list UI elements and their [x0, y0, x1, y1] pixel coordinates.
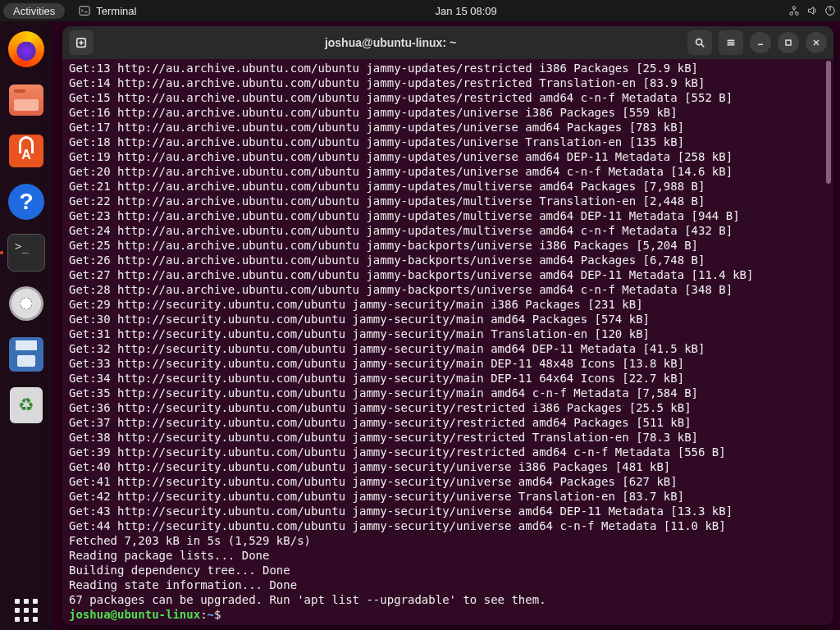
- dock-app-files[interactable]: [7, 80, 46, 120]
- dock: ? >_: [0, 21, 52, 630]
- terminal-menu-icon: [78, 4, 91, 17]
- terminal-output[interactable]: Get:13 http://au.archive.ubuntu.com/ubun…: [62, 59, 833, 625]
- maximize-button[interactable]: [778, 32, 799, 53]
- prompt-path: ~: [208, 608, 214, 621]
- activities-button[interactable]: Activities: [3, 3, 65, 19]
- help-icon: ?: [8, 184, 44, 220]
- scrollbar-thumb[interactable]: [826, 61, 831, 184]
- window-title: joshua@ubuntu-linux: ~: [100, 36, 681, 49]
- volume-icon[interactable]: [806, 4, 819, 17]
- terminal-scrollbar[interactable]: [824, 61, 833, 623]
- svg-point-1: [792, 7, 796, 10]
- dock-app-disks[interactable]: [7, 284, 46, 323]
- search-button[interactable]: [687, 30, 712, 55]
- prompt-user-host: joshua@ubuntu-linux: [69, 608, 200, 621]
- dock-app-software[interactable]: [7, 131, 46, 171]
- disk-icon: [9, 286, 43, 321]
- prompt-separator: :: [200, 608, 207, 621]
- network-icon[interactable]: [788, 4, 801, 17]
- dock-app-trash[interactable]: [7, 386, 46, 425]
- gnome-topbar: Activities Terminal Jan 15 08:09: [0, 0, 840, 21]
- terminal-icon: >_: [7, 234, 45, 272]
- svg-point-6: [696, 39, 702, 45]
- dock-app-terminal[interactable]: >_: [7, 233, 46, 272]
- software-icon: [9, 135, 43, 167]
- terminal-window: joshua@ubuntu-linux: ~ Get:13 http://au.…: [62, 26, 833, 625]
- dock-app-firefox[interactable]: [7, 30, 46, 69]
- trash-icon: [10, 387, 43, 423]
- files-icon: [9, 84, 43, 116]
- close-button[interactable]: [806, 32, 827, 53]
- clock[interactable]: Jan 15 08:09: [436, 5, 497, 17]
- new-tab-button[interactable]: [69, 30, 94, 55]
- svg-rect-0: [80, 7, 89, 16]
- power-icon[interactable]: [824, 4, 837, 17]
- prompt-suffix: $: [214, 608, 228, 621]
- save-icon: [9, 337, 43, 372]
- apps-grid-icon: [11, 596, 41, 625]
- minimize-button[interactable]: [750, 32, 771, 53]
- appmenu-label: Terminal: [96, 5, 136, 17]
- appmenu-terminal[interactable]: Terminal: [70, 2, 144, 19]
- dock-app-save[interactable]: [7, 335, 46, 374]
- svg-rect-7: [786, 40, 791, 45]
- menu-button[interactable]: [719, 30, 743, 55]
- terminal-titlebar[interactable]: joshua@ubuntu-linux: ~: [62, 26, 833, 59]
- dock-app-help[interactable]: ?: [7, 182, 46, 221]
- firefox-icon: [8, 31, 44, 67]
- show-applications-button[interactable]: [7, 591, 46, 630]
